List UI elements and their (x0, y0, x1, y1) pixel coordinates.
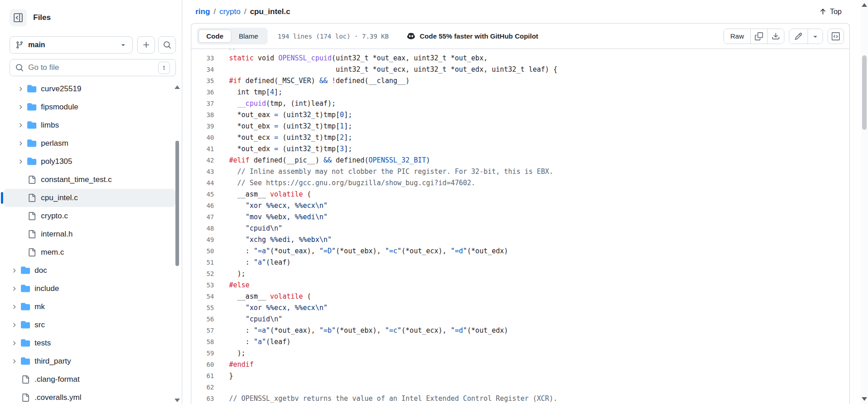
line-number[interactable]: 52 (191, 268, 220, 280)
line-number[interactable]: 34 (191, 64, 220, 75)
line-number[interactable]: 49 (191, 234, 220, 246)
branch-selector[interactable]: main (10, 36, 133, 54)
edit-file-button[interactable] (789, 29, 808, 44)
scroll-up-arrow[interactable] (175, 85, 180, 89)
tree-item-cpu-intel-c[interactable]: cpu_intel.c (4, 189, 175, 207)
line-number[interactable]: 48 (191, 223, 220, 234)
folder-icon (27, 157, 36, 166)
tree-item-doc[interactable]: doc (4, 261, 175, 280)
line-number[interactable]: 45 (191, 189, 220, 200)
line-number[interactable]: 47 (191, 212, 220, 223)
tree-item--coveralls-yml[interactable]: .coveralls.yml (4, 389, 175, 404)
line-number[interactable]: 35 (191, 75, 220, 87)
chevron-right-icon[interactable] (16, 122, 25, 128)
chevron-right-icon[interactable] (10, 340, 18, 346)
tree-item-third-party[interactable]: third_party (4, 352, 175, 370)
tab-blame[interactable]: Blame (231, 30, 266, 43)
line-number[interactable]: 55 (191, 302, 220, 314)
tree-item--clang-format[interactable]: .clang-format (4, 370, 175, 389)
breadcrumb-repo-link[interactable]: ring (195, 7, 210, 16)
edit-dropdown-button[interactable] (808, 29, 823, 44)
line-number[interactable]: 44 (191, 177, 220, 189)
tree-item-perlasm[interactable]: perlasm (4, 134, 175, 153)
line-number[interactable]: 50 (191, 246, 220, 257)
tree-item-constant-time-test-c[interactable]: constant_time_test.c (4, 171, 175, 189)
tree-item-label: poly1305 (41, 157, 72, 166)
line-number[interactable]: 37 (191, 98, 220, 109)
line-number[interactable]: 36 (191, 87, 220, 98)
line-number[interactable]: 39 (191, 121, 220, 132)
line-number[interactable]: 63 (191, 393, 220, 404)
go-to-file-placeholder: Go to file (28, 63, 154, 72)
scroll-up-arrow[interactable] (862, 3, 867, 7)
chevron-right-icon[interactable] (16, 140, 25, 147)
tab-code[interactable]: Code (199, 30, 231, 43)
line-number[interactable]: 33 (191, 53, 220, 64)
line-number[interactable]: 42 (191, 155, 220, 166)
code-line: 44 // See https://gcc.gnu.org/bugzilla/s… (191, 177, 849, 189)
tree-item-curve25519[interactable]: curve25519 (4, 80, 175, 98)
breadcrumb-dir-link[interactable]: crypto (219, 7, 240, 16)
code-line: 34 uint32_t *out_ecx, uint32_t *out_edx,… (191, 64, 849, 75)
tree-item-include[interactable]: include (4, 280, 175, 298)
tree-item-limbs[interactable]: limbs (4, 116, 175, 134)
new-file-button[interactable] (137, 36, 155, 54)
code-line: 45 __asm__ volatile ( (191, 189, 849, 200)
raw-button[interactable]: Raw (724, 29, 750, 44)
copilot-banner[interactable]: Code 55% faster with GitHub Copilot (407, 32, 538, 40)
download-icon (772, 32, 780, 40)
line-number[interactable]: 43 (191, 166, 220, 177)
go-to-file-input[interactable]: Go to file t (10, 59, 176, 76)
chevron-right-icon[interactable] (16, 158, 25, 165)
line-number[interactable]: 62 (191, 382, 220, 393)
chevron-right-icon[interactable] (10, 286, 18, 292)
scroll-down-arrow[interactable] (862, 397, 867, 401)
search-this-repo-button[interactable] (158, 36, 176, 54)
line-number[interactable]: 56 (191, 314, 220, 325)
line-number[interactable]: 58 (191, 336, 220, 348)
tree-item-src[interactable]: src (4, 316, 175, 334)
scroll-down-arrow[interactable] (175, 399, 180, 402)
chevron-right-icon[interactable] (10, 267, 18, 274)
tree-item-tests[interactable]: tests (4, 334, 175, 352)
line-number[interactable]: 57 (191, 325, 220, 336)
tree-item-mem-c[interactable]: mem.c (4, 243, 175, 261)
chevron-right-icon[interactable] (10, 304, 18, 310)
tree-item-internal-h[interactable]: internal.h (4, 225, 175, 243)
download-raw-button[interactable] (767, 29, 784, 44)
code-line-content: : "=a"(*out_eax), "=b"(*out_ebx), "=c"(*… (220, 325, 508, 336)
line-number[interactable]: 41 (191, 143, 220, 155)
line-number[interactable]: 59 (191, 348, 220, 359)
main-scrollbar-thumb[interactable] (862, 55, 867, 130)
chevron-right-icon[interactable] (10, 358, 18, 365)
tree-item-fipsmodule[interactable]: fipsmodule (4, 98, 175, 116)
copy-raw-button[interactable] (750, 29, 767, 44)
chevron-down-icon (120, 41, 127, 49)
line-number[interactable]: 54 (191, 291, 220, 302)
search-icon (15, 64, 24, 72)
line-number[interactable]: 46 (191, 200, 220, 212)
code-line: 54 __asm__ volatile ( (191, 291, 849, 302)
back-to-top-link[interactable]: Top (819, 0, 842, 23)
tree-item-mk[interactable]: mk (4, 298, 175, 316)
line-number[interactable]: 38 (191, 109, 220, 121)
line-number[interactable]: 53 (191, 280, 220, 291)
tree-item-poly1305[interactable]: poly1305 (4, 153, 175, 171)
arrow-up-icon (819, 8, 827, 15)
code-line: 56 "cpuid\n" (191, 314, 849, 325)
chevron-right-icon[interactable] (16, 86, 25, 92)
chevron-right-icon[interactable] (10, 322, 18, 328)
line-number[interactable]: 51 (191, 257, 220, 268)
collapse-sidebar-button[interactable] (10, 9, 27, 26)
line-number[interactable]: 32 (191, 49, 220, 53)
git-branch-icon (15, 41, 24, 49)
chevron-right-icon[interactable] (16, 104, 25, 110)
line-number[interactable]: 61 (191, 370, 220, 382)
line-number[interactable]: 40 (191, 132, 220, 143)
plus-icon (142, 41, 150, 49)
file-icon (27, 176, 36, 184)
symbols-panel-button[interactable] (828, 29, 844, 44)
tree-item-crypto-c[interactable]: crypto.c (4, 207, 175, 225)
line-number[interactable]: 60 (191, 359, 220, 370)
sidebar-scrollbar-thumb[interactable] (175, 141, 179, 266)
